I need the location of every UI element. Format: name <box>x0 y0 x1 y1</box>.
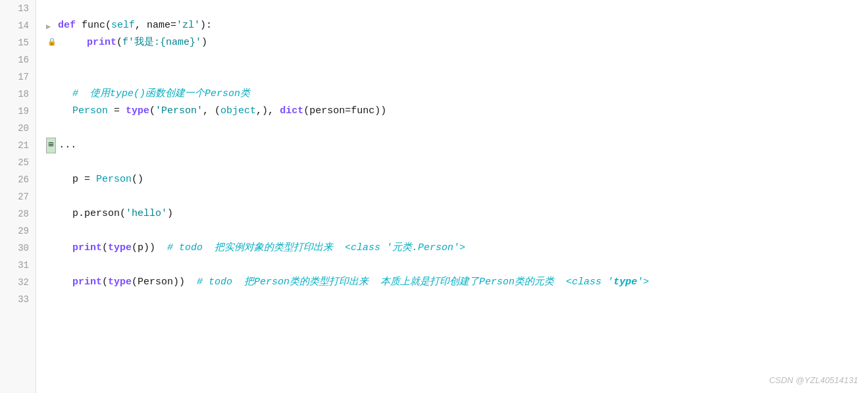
keyword-object: object <box>220 103 256 119</box>
line-num-20: 20 <box>0 120 36 137</box>
comment-32: # todo 把Person类的类型打印出来 本质上就是打印创建了Person类… <box>185 275 649 290</box>
code-line-30: print(type(p)) # todo 把实例对象的类型打印出来 <clas… <box>46 240 868 257</box>
dict-args: (person=func)) <box>303 103 386 119</box>
code-line-25 <box>46 154 868 171</box>
p-person-call: p.person( <box>72 206 126 222</box>
line-num-32: 32 <box>0 274 36 291</box>
line-numbers: 13 14 15 16 17 18 19 20 21 25 26 27 28 2… <box>0 0 36 393</box>
keyword-print: print <box>87 35 116 51</box>
line-num-30: 30 <box>0 240 36 257</box>
line-num-28: 28 <box>0 205 36 223</box>
line-num-31: 31 <box>0 257 36 274</box>
code-line-15: 🔒print(f'我是:{name}') <box>46 34 868 51</box>
keyword-print-32: print <box>72 275 102 290</box>
paren-close: ): <box>200 18 212 34</box>
line-num-15: 15 <box>0 34 36 51</box>
code-line-19: Person = type('Person', (object,), dict(… <box>46 103 868 120</box>
code-area: ▶def func(self, name='zl'): 🔒print(f'我是:… <box>36 0 868 393</box>
p-arg: (p)) <box>132 240 155 256</box>
code-line-31 <box>46 257 868 274</box>
var-person: Person <box>72 103 108 119</box>
code-line-27 <box>46 188 868 205</box>
fold-icon-14[interactable]: ▶ <box>46 21 55 30</box>
code-line-33 <box>46 291 868 308</box>
line-num-17: 17 <box>0 68 36 86</box>
func-name: func( <box>82 18 111 34</box>
string-person: 'Person' <box>155 103 203 119</box>
line-num-26: 26 <box>0 171 36 188</box>
string-hello: 'hello' <box>126 206 167 222</box>
param-self: self <box>111 18 135 34</box>
expand-icon-21[interactable]: ⊞ <box>46 138 56 153</box>
line-num-14: 14 <box>0 17 36 34</box>
code-line-26: p = Person() <box>46 171 868 188</box>
code-line-14: ▶def func(self, name='zl'): <box>46 17 868 34</box>
string-zl: 'zl' <box>176 18 200 34</box>
ellipsis: ... <box>59 138 76 153</box>
line-num-27: 27 <box>0 188 36 205</box>
line-num-19: 19 <box>0 103 36 120</box>
line-num-33: 33 <box>0 291 36 308</box>
line-num-18: 18 <box>0 86 36 103</box>
code-line-32: print(type(Person)) # todo 把Person类的类型打印… <box>46 274 868 291</box>
code-line-16 <box>46 51 868 68</box>
comma3: ,), <box>256 103 280 119</box>
keyword-print-30: print <box>72 240 102 256</box>
line-num-16: 16 <box>0 51 36 68</box>
open32: ( <box>102 275 108 290</box>
comment-18: # 使用type()函数创建一个Person类 <box>72 86 250 102</box>
comma2: , ( <box>203 103 220 119</box>
var-p-assign: p = <box>72 172 96 188</box>
class-person-call: Person <box>96 172 132 188</box>
comma1: , <box>135 18 147 34</box>
comment-30: # todo 把实例对象的类型打印出来 <class '元类.Person'> <box>155 240 465 256</box>
call-parens: () <box>132 172 143 188</box>
close-paren-28: ) <box>167 206 173 222</box>
watermark: CSDN @YZL40514131 <box>769 374 858 388</box>
code-line-20 <box>46 120 868 137</box>
paren-close2: ) <box>201 35 207 51</box>
paren-open3: ( <box>149 103 155 119</box>
keyword-dict: dict <box>280 103 303 119</box>
code-line-13 <box>46 0 868 17</box>
keyword-type: type <box>126 103 149 119</box>
assign: = <box>108 103 126 119</box>
line-num-13: 13 <box>0 0 36 17</box>
person-arg: (Person)) <box>132 275 185 290</box>
keyword-type-30: type <box>108 240 132 256</box>
code-line-17 <box>46 68 868 86</box>
keyword-def: def <box>58 18 82 34</box>
code-container: 13 14 15 16 17 18 19 20 21 25 26 27 28 2… <box>0 0 868 393</box>
line-num-29: 29 <box>0 223 36 240</box>
param-name: name= <box>147 18 176 34</box>
code-line-29 <box>46 223 868 240</box>
line-num-21: 21 <box>0 137 36 154</box>
code-line-18: # 使用type()函数创建一个Person类 <box>46 86 868 103</box>
open30: ( <box>102 240 108 256</box>
line-num-25: 25 <box>0 154 36 171</box>
fstring-val: f'我是:{name}' <box>122 35 201 51</box>
code-line-21: ⊞... <box>46 137 868 154</box>
paren-open: ( <box>116 35 122 51</box>
keyword-type-32: type <box>108 275 132 290</box>
code-line-28: p.person('hello') <box>46 205 868 223</box>
